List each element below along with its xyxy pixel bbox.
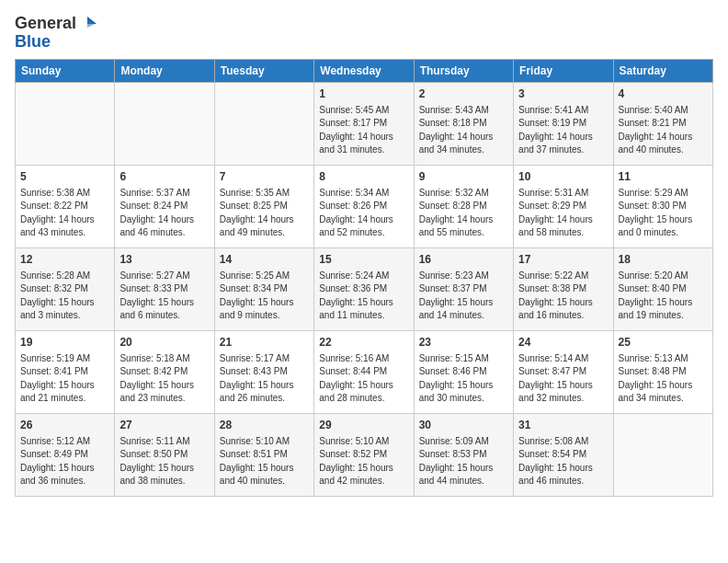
- day-info: Sunrise: 5:14 AMSunset: 8:47 PMDaylight:…: [518, 352, 608, 406]
- day-number: 11: [619, 169, 708, 185]
- day-info: Sunrise: 5:28 AMSunset: 8:32 PMDaylight:…: [20, 270, 109, 323]
- day-info: Sunrise: 5:18 AMSunset: 8:42 PMDaylight:…: [119, 352, 209, 406]
- day-info: Sunrise: 5:13 AMSunset: 8:48 PMDaylight:…: [619, 352, 708, 406]
- day-number: 8: [319, 169, 408, 185]
- weekday-header-thursday: Thursday: [414, 59, 513, 82]
- day-number: 4: [619, 86, 708, 102]
- day-cell: 15Sunrise: 5:24 AMSunset: 8:36 PMDayligh…: [314, 247, 414, 330]
- day-info: Sunrise: 5:09 AMSunset: 8:53 PMDaylight:…: [419, 435, 508, 488]
- day-number: 31: [518, 418, 608, 433]
- weekday-header-sunday: Sunday: [16, 59, 115, 82]
- day-cell: 17Sunrise: 5:22 AMSunset: 8:38 PMDayligh…: [514, 247, 613, 330]
- day-cell: 7Sunrise: 5:35 AMSunset: 8:25 PMDaylight…: [214, 165, 313, 247]
- day-number: 3: [518, 86, 608, 102]
- day-cell: 26Sunrise: 5:12 AMSunset: 8:49 PMDayligh…: [16, 413, 115, 496]
- day-info: Sunrise: 5:40 AMSunset: 8:21 PMDaylight:…: [619, 104, 708, 157]
- day-number: 19: [20, 335, 109, 350]
- day-cell: 16Sunrise: 5:23 AMSunset: 8:37 PMDayligh…: [414, 247, 513, 330]
- day-number: 10: [518, 169, 608, 185]
- day-number: 9: [419, 169, 508, 185]
- day-cell: 1Sunrise: 5:45 AMSunset: 8:17 PMDaylight…: [314, 82, 414, 165]
- day-info: Sunrise: 5:41 AMSunset: 8:19 PMDaylight:…: [518, 104, 608, 157]
- day-cell: [214, 82, 313, 165]
- day-number: 22: [319, 335, 408, 350]
- logo-blue: Blue: [15, 33, 97, 52]
- week-row-3: 12Sunrise: 5:28 AMSunset: 8:32 PMDayligh…: [16, 247, 713, 330]
- calendar-table: SundayMondayTuesdayWednesdayThursdayFrid…: [15, 59, 713, 497]
- logo-general: General: [15, 15, 76, 33]
- day-number: 30: [419, 418, 508, 433]
- day-cell: 29Sunrise: 5:10 AMSunset: 8:52 PMDayligh…: [314, 413, 414, 496]
- day-number: 12: [20, 252, 109, 268]
- day-info: Sunrise: 5:12 AMSunset: 8:49 PMDaylight:…: [20, 435, 109, 488]
- day-number: 24: [518, 335, 608, 350]
- day-cell: 2Sunrise: 5:43 AMSunset: 8:18 PMDaylight…: [414, 82, 513, 165]
- logo: General Blue: [15, 15, 97, 52]
- day-number: 16: [419, 252, 508, 268]
- day-number: 7: [220, 169, 309, 185]
- week-row-1: 1Sunrise: 5:45 AMSunset: 8:17 PMDaylight…: [16, 82, 713, 165]
- weekday-header-friday: Friday: [514, 59, 613, 82]
- day-cell: 6Sunrise: 5:37 AMSunset: 8:24 PMDaylight…: [115, 165, 214, 247]
- day-cell: 14Sunrise: 5:25 AMSunset: 8:34 PMDayligh…: [214, 247, 313, 330]
- day-cell: 28Sunrise: 5:10 AMSunset: 8:51 PMDayligh…: [214, 413, 313, 496]
- weekday-row: SundayMondayTuesdayWednesdayThursdayFrid…: [16, 59, 713, 82]
- logo-container: General Blue: [15, 15, 97, 52]
- day-info: Sunrise: 5:22 AMSunset: 8:38 PMDaylight:…: [518, 270, 608, 323]
- day-number: 13: [119, 252, 209, 268]
- day-info: Sunrise: 5:23 AMSunset: 8:37 PMDaylight:…: [419, 270, 508, 323]
- day-info: Sunrise: 5:19 AMSunset: 8:41 PMDaylight:…: [20, 352, 109, 406]
- day-info: Sunrise: 5:45 AMSunset: 8:17 PMDaylight:…: [319, 104, 408, 157]
- day-cell: [115, 82, 214, 165]
- day-cell: 4Sunrise: 5:40 AMSunset: 8:21 PMDaylight…: [613, 82, 712, 165]
- day-cell: 30Sunrise: 5:09 AMSunset: 8:53 PMDayligh…: [414, 413, 513, 496]
- weekday-header-tuesday: Tuesday: [214, 59, 313, 82]
- day-info: Sunrise: 5:16 AMSunset: 8:44 PMDaylight:…: [319, 352, 408, 406]
- day-cell: 27Sunrise: 5:11 AMSunset: 8:50 PMDayligh…: [115, 413, 214, 496]
- day-number: 29: [319, 418, 408, 433]
- day-info: Sunrise: 5:17 AMSunset: 8:43 PMDaylight:…: [220, 352, 309, 406]
- day-info: Sunrise: 5:31 AMSunset: 8:29 PMDaylight:…: [518, 187, 608, 240]
- day-cell: 3Sunrise: 5:41 AMSunset: 8:19 PMDaylight…: [514, 82, 613, 165]
- day-info: Sunrise: 5:35 AMSunset: 8:25 PMDaylight:…: [220, 187, 309, 240]
- day-info: Sunrise: 5:08 AMSunset: 8:54 PMDaylight:…: [518, 435, 608, 488]
- day-cell: 5Sunrise: 5:38 AMSunset: 8:22 PMDaylight…: [16, 165, 115, 247]
- day-cell: 8Sunrise: 5:34 AMSunset: 8:26 PMDaylight…: [314, 165, 414, 247]
- day-cell: [613, 413, 712, 496]
- day-number: 26: [20, 418, 109, 433]
- day-cell: 24Sunrise: 5:14 AMSunset: 8:47 PMDayligh…: [514, 330, 613, 413]
- day-info: Sunrise: 5:20 AMSunset: 8:40 PMDaylight:…: [619, 270, 708, 323]
- calendar-header: SundayMondayTuesdayWednesdayThursdayFrid…: [16, 59, 713, 82]
- day-number: 14: [220, 252, 309, 268]
- day-cell: 11Sunrise: 5:29 AMSunset: 8:30 PMDayligh…: [613, 165, 712, 247]
- day-info: Sunrise: 5:32 AMSunset: 8:28 PMDaylight:…: [419, 187, 508, 240]
- logo-bird-icon: [78, 15, 97, 33]
- day-number: 1: [319, 86, 408, 102]
- day-number: 18: [619, 252, 708, 268]
- day-info: Sunrise: 5:10 AMSunset: 8:51 PMDaylight:…: [220, 435, 309, 488]
- day-info: Sunrise: 5:11 AMSunset: 8:50 PMDaylight:…: [119, 435, 209, 488]
- day-cell: 19Sunrise: 5:19 AMSunset: 8:41 PMDayligh…: [16, 330, 115, 413]
- day-cell: 22Sunrise: 5:16 AMSunset: 8:44 PMDayligh…: [314, 330, 414, 413]
- day-number: 2: [419, 86, 508, 102]
- day-info: Sunrise: 5:43 AMSunset: 8:18 PMDaylight:…: [419, 104, 508, 157]
- weekday-header-monday: Monday: [115, 59, 214, 82]
- day-cell: 18Sunrise: 5:20 AMSunset: 8:40 PMDayligh…: [613, 247, 712, 330]
- day-cell: 31Sunrise: 5:08 AMSunset: 8:54 PMDayligh…: [514, 413, 613, 496]
- day-number: 6: [119, 169, 209, 185]
- weekday-header-saturday: Saturday: [613, 59, 712, 82]
- day-cell: 23Sunrise: 5:15 AMSunset: 8:46 PMDayligh…: [414, 330, 513, 413]
- day-info: Sunrise: 5:15 AMSunset: 8:46 PMDaylight:…: [419, 352, 508, 406]
- day-info: Sunrise: 5:37 AMSunset: 8:24 PMDaylight:…: [119, 187, 209, 240]
- week-row-2: 5Sunrise: 5:38 AMSunset: 8:22 PMDaylight…: [16, 165, 713, 247]
- page-header: General Blue: [15, 15, 713, 52]
- day-number: 17: [518, 252, 608, 268]
- day-cell: 9Sunrise: 5:32 AMSunset: 8:28 PMDaylight…: [414, 165, 513, 247]
- day-number: 21: [220, 335, 309, 350]
- day-number: 27: [119, 418, 209, 433]
- weekday-header-wednesday: Wednesday: [314, 59, 414, 82]
- day-number: 28: [220, 418, 309, 433]
- day-number: 25: [619, 335, 708, 350]
- day-cell: 10Sunrise: 5:31 AMSunset: 8:29 PMDayligh…: [514, 165, 613, 247]
- day-cell: 12Sunrise: 5:28 AMSunset: 8:32 PMDayligh…: [16, 247, 115, 330]
